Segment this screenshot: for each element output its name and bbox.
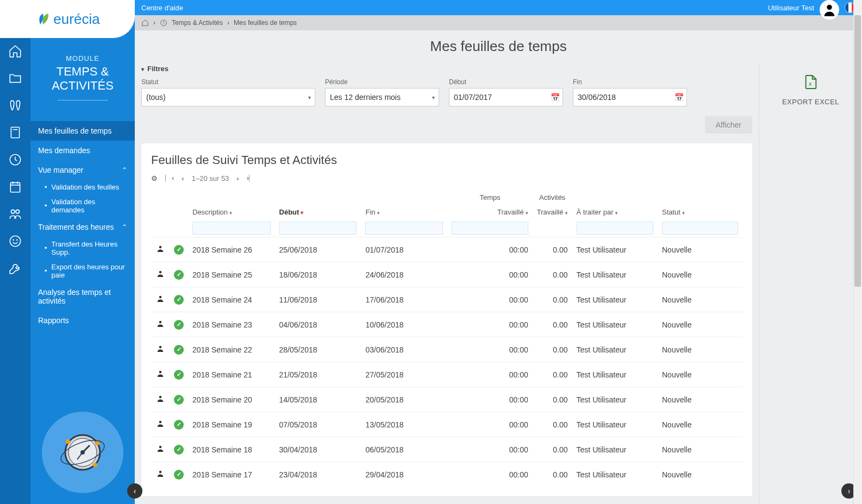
table-row[interactable]: 2018 Semaine 26 25/06/2018 01/07/2018 00… xyxy=(151,237,742,262)
filter-fin[interactable] xyxy=(573,88,687,106)
user-name[interactable]: Utilisateur Test xyxy=(768,4,814,12)
filter-label-debut: Début xyxy=(449,78,563,86)
th-temps-travaille[interactable]: Travaillé♦ xyxy=(447,205,532,219)
cell-activites: 0.00 xyxy=(533,387,572,412)
th-a-traiter[interactable]: À traiter par♦ xyxy=(572,205,658,219)
calendar-icon[interactable] xyxy=(8,179,23,194)
table-row[interactable]: 2018 Semaine 22 28/05/2018 03/06/2018 00… xyxy=(151,337,742,362)
th-label: Travaillé xyxy=(497,208,524,216)
cell-description: 2018 Semaine 21 xyxy=(188,362,275,387)
home-icon[interactable] xyxy=(8,43,23,59)
filters-toggle[interactable]: Filtres xyxy=(141,62,752,75)
next-page-icon[interactable]: › xyxy=(236,174,239,182)
svg-point-10 xyxy=(11,210,15,213)
filter-debut-col[interactable] xyxy=(279,222,357,235)
excel-icon[interactable]: x xyxy=(802,73,820,91)
filter-description[interactable] xyxy=(192,222,271,235)
th-label: Fin xyxy=(365,208,375,216)
cell-activites: 0.00 xyxy=(533,237,572,262)
flipflop-icon[interactable] xyxy=(8,98,23,113)
collapse-sidebar-button[interactable]: ‹ xyxy=(127,483,142,499)
prev-page-icon[interactable]: ‹ xyxy=(182,174,184,182)
th-debut[interactable]: Début▾ xyxy=(275,205,361,219)
first-page-icon[interactable]: ⎸‹ xyxy=(165,174,174,182)
nav-sub-validation-demandes[interactable]: Validation des demandes xyxy=(30,194,135,217)
filter-a-traiter[interactable] xyxy=(577,222,653,235)
nav-item-feuilles[interactable]: Mes feuilles de temps xyxy=(30,121,135,141)
cell-debut: 28/05/2018 xyxy=(275,337,361,362)
cell-temps: 00:00 xyxy=(447,262,532,287)
th-act-travaille[interactable]: Travaillé♦ xyxy=(533,205,572,219)
nav-item-rapports[interactable]: Rapports xyxy=(30,311,135,330)
wrench-icon[interactable] xyxy=(8,261,23,276)
scrollbar[interactable] xyxy=(853,0,862,504)
check-circle-icon xyxy=(174,345,184,355)
table-row[interactable]: 2018 Semaine 18 30/04/2018 06/05/2018 00… xyxy=(151,437,742,462)
cell-description: 2018 Semaine 18 xyxy=(188,437,275,462)
nav-sub-transfert[interactable]: Transfert des Heures Supp. xyxy=(30,237,135,260)
cell-activites: 0.00 xyxy=(533,312,572,337)
nav-sub-validation-feuilles[interactable]: Validation des feuilles xyxy=(30,180,135,194)
table-row[interactable]: 2018 Semaine 21 21/05/2018 27/05/2018 00… xyxy=(151,362,742,387)
svg-point-32 xyxy=(159,396,162,399)
cell-statut: Nouvelle xyxy=(658,437,742,462)
cell-temps: 00:00 xyxy=(447,412,532,437)
scrollbar-thumb[interactable] xyxy=(854,15,861,287)
cell-fin: 13/05/2018 xyxy=(361,412,447,437)
clock-icon[interactable] xyxy=(8,152,23,167)
svg-point-21 xyxy=(95,441,99,445)
table-row[interactable]: 2018 Semaine 23 04/06/2018 10/06/2018 00… xyxy=(151,312,742,337)
gear-icon[interactable]: ⚙ xyxy=(151,174,158,182)
export-panel: x EXPORT EXCEL xyxy=(759,62,862,504)
smile-icon[interactable] xyxy=(8,234,23,249)
cell-debut: 21/05/2018 xyxy=(275,362,361,387)
th-description[interactable]: Description♦ xyxy=(188,205,275,219)
svg-point-33 xyxy=(159,421,162,424)
module-title: TEMPS & ACTIVITÉS xyxy=(41,65,124,93)
filter-periode[interactable] xyxy=(325,88,439,106)
th-statut[interactable]: Statut♦ xyxy=(658,205,742,219)
cell-fin: 20/05/2018 xyxy=(361,387,447,412)
filter-temps[interactable] xyxy=(452,222,528,235)
clock-icon[interactable] xyxy=(160,19,167,27)
afficher-button[interactable]: Afficher xyxy=(705,116,752,134)
svg-point-13 xyxy=(13,240,14,240)
breadcrumb-sep: › xyxy=(227,19,229,27)
folder-icon[interactable] xyxy=(8,71,23,86)
filter-statut[interactable] xyxy=(141,88,315,106)
svg-point-20 xyxy=(66,439,70,444)
th-activites-group: Activités xyxy=(533,190,572,205)
home-icon[interactable] xyxy=(141,19,149,27)
filter-fin-col[interactable] xyxy=(365,222,443,235)
table-row[interactable]: 2018 Semaine 20 14/05/2018 20/05/2018 00… xyxy=(151,387,742,412)
export-label[interactable]: EXPORT EXCEL xyxy=(765,98,857,106)
nav-item-traitement[interactable]: Traitement des heures⌃ xyxy=(30,217,135,237)
logo[interactable]: eurécia xyxy=(0,0,135,38)
filter-statut-col[interactable] xyxy=(662,222,738,235)
breadcrumb-part[interactable]: Mes feuilles de temps xyxy=(234,19,297,27)
cell-activites: 0.00 xyxy=(533,412,572,437)
table-row[interactable]: 2018 Semaine 25 18/06/2018 24/06/2018 00… xyxy=(151,262,742,287)
svg-point-12 xyxy=(10,236,21,247)
last-page-icon[interactable]: ›⎸ xyxy=(247,174,255,182)
table-row[interactable]: 2018 Semaine 17 23/04/2018 29/04/2018 00… xyxy=(151,462,742,487)
th-temps-group: Temps xyxy=(447,190,532,205)
cell-statut: Nouvelle xyxy=(658,312,742,337)
table-row[interactable]: 2018 Semaine 19 07/05/2018 13/05/2018 00… xyxy=(151,412,742,437)
nav-item-demandes[interactable]: Mes demandes xyxy=(30,141,135,160)
avatar[interactable] xyxy=(820,0,839,20)
svg-point-29 xyxy=(159,321,162,324)
nav-item-vue-manager[interactable]: Vue manager⌃ xyxy=(30,160,135,180)
person-icon xyxy=(155,247,165,255)
th-fin[interactable]: Fin♦ xyxy=(361,205,447,219)
filter-debut[interactable] xyxy=(449,88,563,106)
nav-sub-export-paie[interactable]: Export des heures pour paie xyxy=(30,260,135,282)
table-row[interactable]: 2018 Semaine 24 11/06/2018 17/06/2018 00… xyxy=(151,287,742,312)
people-icon[interactable] xyxy=(8,206,23,222)
help-link[interactable]: Centre d'aide xyxy=(141,4,183,12)
nav-sub-label: Validation des feuilles xyxy=(52,183,120,191)
calculator-icon[interactable] xyxy=(8,125,23,140)
cell-fin: 24/06/2018 xyxy=(361,262,447,287)
breadcrumb-part[interactable]: Temps & Activités xyxy=(172,19,223,27)
nav-item-analyse[interactable]: Analyse des temps et activités xyxy=(30,282,135,311)
